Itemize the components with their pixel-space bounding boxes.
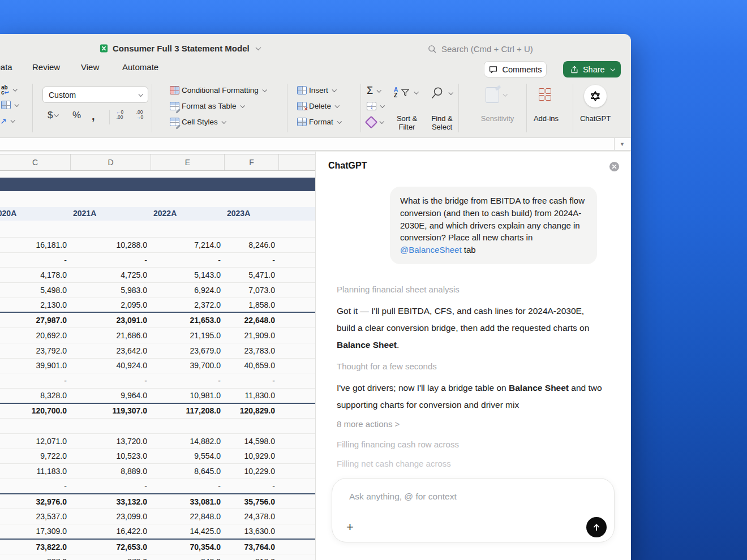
insert-cells-button[interactable]: Insert <box>297 86 336 94</box>
formula-bar-collapse-button[interactable]: ▼ <box>614 138 630 150</box>
cell[interactable]: - <box>71 256 151 265</box>
year-header-2023[interactable]: 2023A <box>227 209 250 218</box>
cell[interactable]: 23,537.0 <box>0 512 71 521</box>
cell[interactable]: 40,924.0 <box>71 361 151 370</box>
cell[interactable]: 12,071.0 <box>0 437 71 446</box>
cell[interactable]: 11,183.0 <box>0 467 71 476</box>
cell[interactable]: 2,372.0 <box>151 300 225 309</box>
cell[interactable]: 5,143.0 <box>151 270 225 279</box>
merge-cells-button[interactable] <box>1 101 19 109</box>
cell[interactable]: 120,700.0 <box>0 406 71 415</box>
wrap-text-button[interactable]: abc↩ <box>1 85 16 95</box>
cell[interactable]: - <box>0 376 71 385</box>
year-header-2020[interactable]: 2020A <box>0 209 16 218</box>
cell[interactable]: 9,554.0 <box>151 451 225 460</box>
cell[interactable]: 21,686.0 <box>71 331 151 340</box>
cell[interactable]: 1,858.0 <box>225 300 279 309</box>
cell[interactable]: 23,792.0 <box>0 346 71 355</box>
cell[interactable]: 21,653.0 <box>151 316 225 325</box>
cell[interactable]: - <box>225 376 279 385</box>
cell[interactable]: 22,848.0 <box>151 512 225 521</box>
cell[interactable]: 8,645.0 <box>151 467 225 476</box>
increase-decimal-button[interactable]: .00→0 <box>136 110 143 120</box>
cell[interactable]: 35,756.0 <box>225 497 279 506</box>
sensitivity-button[interactable] <box>486 87 507 103</box>
cell[interactable]: - <box>71 376 151 385</box>
cell[interactable]: 32,976.0 <box>0 497 71 506</box>
cell[interactable]: 5,983.0 <box>71 286 151 295</box>
balancesheet-mention[interactable]: @BalanceSheet <box>400 245 462 255</box>
cell[interactable]: 14,598.0 <box>225 437 279 446</box>
cell[interactable]: 24,378.0 <box>225 512 279 521</box>
cell[interactable]: 14,882.0 <box>151 437 225 446</box>
cell[interactable]: 119,307.0 <box>71 406 151 415</box>
cell[interactable]: 73,822.0 <box>0 542 71 552</box>
cell[interactable]: - <box>151 376 225 385</box>
cell[interactable]: 21,909.0 <box>225 331 279 340</box>
search-input[interactable]: Search (Cmd + Ctrl + U) <box>427 44 533 54</box>
cell[interactable]: 11,830.0 <box>225 391 279 400</box>
delete-cells-button[interactable]: ✕ Delete <box>297 102 339 110</box>
cell[interactable]: 10,981.0 <box>151 391 225 400</box>
year-header-2022[interactable]: 2022A <box>153 209 177 218</box>
percent-format-button[interactable]: % <box>72 110 81 121</box>
cell[interactable]: 9,722.0 <box>0 451 71 460</box>
find-select-button[interactable] <box>430 86 453 101</box>
chat-input[interactable]: Ask anything, @ for context + <box>332 478 615 542</box>
cell[interactable]: 17,309.0 <box>0 527 71 536</box>
cell[interactable]: 6,924.0 <box>151 286 225 295</box>
orientation-button[interactable]: ↗ <box>0 117 14 126</box>
chatgpt-ribbon-button[interactable] <box>584 85 607 107</box>
cell[interactable]: 4,725.0 <box>71 270 151 279</box>
conditional-formatting-button[interactable]: Conditional Formatting <box>170 86 266 94</box>
cell[interactable]: - <box>151 481 225 490</box>
cell[interactable]: 72,653.0 <box>71 542 151 552</box>
cell[interactable]: 23,642.0 <box>71 346 151 355</box>
cell[interactable]: 40,659.0 <box>225 361 279 370</box>
cell[interactable]: 2,130.0 <box>0 300 71 309</box>
fill-down-button[interactable]: ↓ <box>367 102 384 110</box>
cell[interactable]: 5,471.0 <box>225 270 279 279</box>
cell[interactable]: 39,901.0 <box>0 361 71 370</box>
plus-button[interactable]: + <box>346 522 354 533</box>
cell[interactable]: 21,195.0 <box>151 331 225 340</box>
more-actions-link[interactable]: 8 more actions > <box>337 419 400 429</box>
cell[interactable]: 8,246.0 <box>225 240 279 249</box>
cell[interactable]: 10,929.0 <box>225 451 279 460</box>
send-button[interactable] <box>586 517 607 537</box>
cell[interactable]: 14,425.0 <box>151 527 225 536</box>
cell[interactable]: 8,889.0 <box>71 467 151 476</box>
cell[interactable]: 16,181.0 <box>0 240 71 249</box>
column-header-d[interactable]: D <box>71 154 151 170</box>
tab-data[interactable]: Data <box>0 62 12 72</box>
column-header-e[interactable]: E <box>151 154 225 170</box>
cell[interactable]: - <box>71 481 151 490</box>
column-header-partial[interactable] <box>279 154 315 170</box>
cell[interactable]: 23,783.0 <box>225 346 279 355</box>
cell[interactable]: 7,073.0 <box>225 286 279 295</box>
tab-review[interactable]: Review <box>32 62 60 72</box>
comments-button[interactable]: Comments <box>484 61 547 77</box>
cell[interactable]: 2,095.0 <box>71 300 151 309</box>
sort-filter-button[interactable]: AZ <box>394 87 418 98</box>
cell[interactable]: - <box>0 481 71 490</box>
currency-format-button[interactable]: $ <box>48 110 58 121</box>
cell[interactable]: 13,630.0 <box>225 527 279 536</box>
document-title[interactable]: Consumer Full 3 Statement Model <box>99 44 260 53</box>
cell[interactable]: 887.0 <box>0 557 71 560</box>
cell[interactable]: 23,679.0 <box>151 346 225 355</box>
cell[interactable]: 4,178.0 <box>0 270 71 279</box>
cell[interactable]: - <box>0 256 71 265</box>
addins-icon[interactable] <box>539 88 552 102</box>
format-cells-button[interactable]: Format <box>297 118 341 126</box>
year-header-2021[interactable]: 2021A <box>73 209 96 218</box>
number-format-select[interactable]: Custom <box>42 87 148 103</box>
cell[interactable]: 13,720.0 <box>71 437 151 446</box>
formula-bar[interactable]: ▼ <box>0 137 631 150</box>
cell[interactable]: 10,229.0 <box>225 467 279 476</box>
cell[interactable]: 878.0 <box>71 557 151 560</box>
cell[interactable]: 27,987.0 <box>0 316 71 325</box>
cell[interactable]: 23,091.0 <box>71 316 151 325</box>
comma-format-button[interactable]: , <box>92 110 95 123</box>
tab-automate[interactable]: Automate <box>122 62 158 72</box>
